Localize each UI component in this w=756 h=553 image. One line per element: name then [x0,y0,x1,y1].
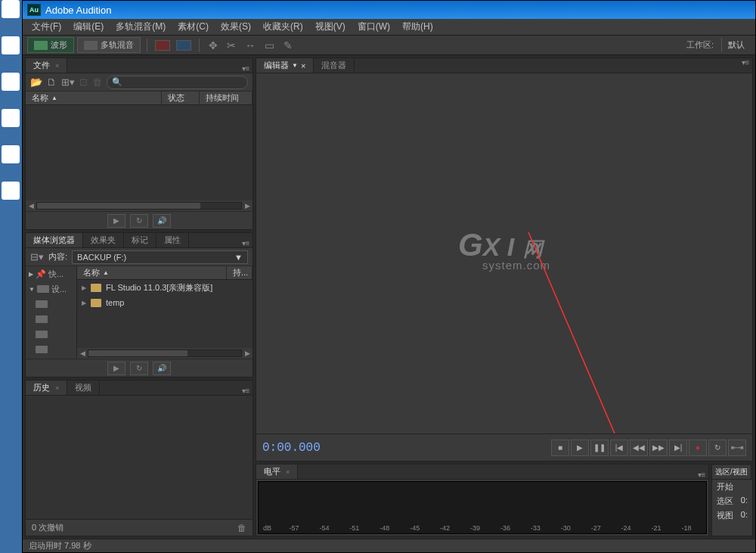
trash-icon[interactable]: 🗑 [237,523,246,533]
loop-button[interactable]: ↻ [130,362,148,375]
skip-start-button[interactable]: |◀ [610,440,628,456]
menu-clip[interactable]: 素材(C) [172,20,215,33]
files-search[interactable]: 🔍 [107,76,248,89]
tab-levels[interactable]: 电平 × [256,464,298,479]
scroll-right-icon[interactable]: ▶ [242,350,253,357]
shortcut-icon[interactable]: ⊟▾ [30,251,44,263]
editor-canvas[interactable]: GX I 网 system.com [256,73,752,433]
open-folder-icon[interactable]: 📂 [30,76,42,88]
levels-tabs: 电平 × ▾≡ [256,464,708,480]
search-input[interactable] [125,78,243,87]
desktop-icon[interactable] [0,182,21,212]
color-swatch[interactable] [155,40,170,51]
play-button[interactable]: ▶ [107,214,125,228]
autoplay-button[interactable]: 🔊 [153,214,171,228]
panel-flyout-icon[interactable]: ▾≡ [239,387,253,395]
cut-tool-icon[interactable]: ✂ [224,39,239,51]
skip-selection-button[interactable]: ⇤⇥ [728,440,746,456]
scroll-left-icon[interactable]: ◀ [26,202,36,210]
tree-drive[interactable]: ▶ [26,342,76,357]
selection-tool-icon[interactable]: ▭ [262,39,277,51]
expand-icon[interactable]: ▶ [82,300,86,306]
close-icon[interactable]: × [55,384,59,392]
play-button[interactable]: ▶ [571,440,589,456]
panel-flyout-icon[interactable]: ▾≡ [695,471,708,479]
stop-button[interactable]: ■ [551,440,569,456]
multitrack-insert-icon[interactable]: ⊞▾ [61,76,75,88]
tab-files[interactable]: 文件 × [26,58,67,73]
desktop-icon[interactable] [0,73,21,103]
pause-button[interactable]: ❚❚ [590,440,609,456]
folder-row[interactable]: ▶ FL Studio 11.0.3[亲测兼容版] [77,280,253,295]
loop-button[interactable]: ↻ [708,440,727,456]
tab-media-browser[interactable]: 媒体浏览器 [26,233,83,247]
tree-drive[interactable]: ▶ [26,327,76,342]
tab-properties[interactable]: 属性 [156,233,189,247]
menu-view[interactable]: 视图(V) [309,20,352,33]
panel-flyout-icon[interactable]: ▾≡ [739,58,752,73]
mode-multitrack-button[interactable]: 多轨混音 [77,37,141,53]
loop-button[interactable]: ↻ [130,214,148,228]
col-status[interactable]: 状态 [162,92,200,104]
col-name[interactable]: 名称 ▲ [26,92,162,104]
desktop-icon[interactable] [0,0,21,30]
files-hscroll[interactable]: ◀ ▶ [26,200,253,211]
timecode[interactable]: 0:00.000 [262,441,321,455]
scroll-right-icon[interactable]: ▶ [242,202,253,210]
menu-window[interactable]: 窗口(W) [352,20,396,33]
desktop-icon[interactable] [0,36,21,67]
content-dropdown[interactable]: BACKUP (F:) ▼ [72,250,248,264]
scroll-left-icon[interactable]: ◀ [77,350,88,357]
move-tool-icon[interactable]: ✥ [206,39,221,51]
titlebar: Au Adobe Audition [23,1,755,19]
color-swatch[interactable] [176,40,191,51]
close-icon[interactable]: × [55,62,59,70]
slip-tool-icon[interactable]: ↔ [242,39,259,51]
tab-editor[interactable]: 编辑器 ▼ × [256,58,314,73]
close-icon[interactable]: × [301,61,305,70]
mode-waveform-button[interactable]: 波形 [27,37,74,53]
desktop-icon[interactable] [0,145,21,176]
record-button[interactable]: ● [689,440,707,456]
close-icon[interactable]: × [286,468,290,476]
tree-drive[interactable]: ▶ [26,312,76,327]
tree-shortcut[interactable]: ▶📌快... [26,266,76,281]
folder-row[interactable]: ▶ temp [77,295,253,310]
files-columns: 名称 ▲ 状态 持续时间 [26,92,253,105]
sort-icon[interactable]: ⊡ [79,76,88,88]
menu-effects[interactable]: 效果(S) [215,20,257,33]
tab-markers[interactable]: 标记 [124,233,156,247]
new-file-icon[interactable]: 🗋 [47,76,57,88]
tab-effects-rack[interactable]: 效果夹 [83,233,124,247]
col-name[interactable]: 名称 ▲ [77,266,227,279]
col-duration[interactable]: 持续时间 [200,92,253,104]
mb-tabs: 媒体浏览器 效果夹 标记 属性 ▾≡ [26,233,253,248]
trash-icon[interactable]: 🗑 [92,76,102,88]
menu-edit[interactable]: 编辑(E) [67,20,110,33]
desktop-icon[interactable] [0,109,21,139]
brush-tool-icon[interactable]: ✎ [280,39,296,51]
menu-file[interactable]: 文件(F) [26,20,67,33]
autoplay-button[interactable]: 🔊 [153,362,171,375]
separator [147,39,147,52]
mb-hscroll[interactable]: ◀ ▶ [77,348,253,359]
tab-mixer[interactable]: 混音器 [314,58,355,73]
menu-multitrack[interactable]: 多轨混音(M) [110,20,172,33]
tree-drive[interactable]: ▶ [26,297,76,312]
panel-flyout-icon[interactable]: ▾≡ [239,239,253,247]
skip-end-button[interactable]: ▶| [669,440,687,456]
col-duration[interactable]: 持... [227,266,253,279]
play-button[interactable]: ▶ [107,362,125,375]
chevron-down-icon[interactable]: ▼ [292,62,298,69]
rewind-button[interactable]: ◀◀ [630,440,648,456]
tab-history[interactable]: 历史 × [26,381,67,395]
forward-button[interactable]: ▶▶ [649,440,668,456]
tab-video[interactable]: 视频 [67,381,100,395]
tree-drive[interactable]: ▼设... [26,281,76,297]
expand-icon[interactable]: ▶ [82,284,86,291]
workspace-dropdown[interactable]: 默认 [721,38,751,52]
menu-help[interactable]: 帮助(H) [396,20,439,33]
panel-flyout-icon[interactable]: ▾≡ [239,64,253,73]
menu-favorites[interactable]: 收藏夹(R) [257,20,309,33]
tab-selview[interactable]: 选区/视图 [712,465,751,479]
